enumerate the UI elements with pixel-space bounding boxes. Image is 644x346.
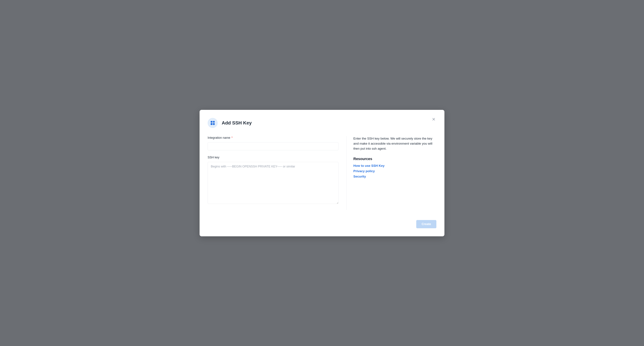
required-asterisk: * (232, 136, 232, 139)
ssh-key-label: SSH key (208, 156, 338, 159)
grid-icon (211, 121, 215, 125)
ssh-key-textarea[interactable] (208, 162, 338, 204)
resources-heading: Resources (353, 157, 434, 161)
resource-link-privacy[interactable]: Privacy policy (353, 168, 434, 174)
integration-name-group: Integration name * (208, 136, 338, 150)
modal-title: Add SSH Key (222, 120, 252, 126)
form-section: Integration name * SSH key (208, 136, 338, 210)
sidebar-section: Enter the SSH key below. We will securel… (346, 136, 434, 210)
add-ssh-key-modal: Add SSH Key Integration name * SSH key E… (200, 110, 444, 236)
integration-name-input[interactable] (208, 142, 338, 150)
close-button[interactable] (431, 117, 436, 122)
close-icon (432, 118, 435, 121)
modal-body: Integration name * SSH key Enter the SSH… (208, 136, 436, 210)
description-text: Enter the SSH key below. We will securel… (353, 136, 434, 151)
modal-footer: Create (208, 220, 436, 228)
create-button[interactable]: Create (416, 220, 436, 228)
modal-header: Add SSH Key (208, 118, 436, 128)
integration-name-label: Integration name * (208, 136, 338, 139)
resource-link-how-to[interactable]: How to use SSH Key (353, 163, 434, 168)
ssh-key-group: SSH key (208, 156, 338, 205)
resource-link-security[interactable]: Security (353, 174, 434, 179)
modal-icon-badge (208, 118, 218, 128)
